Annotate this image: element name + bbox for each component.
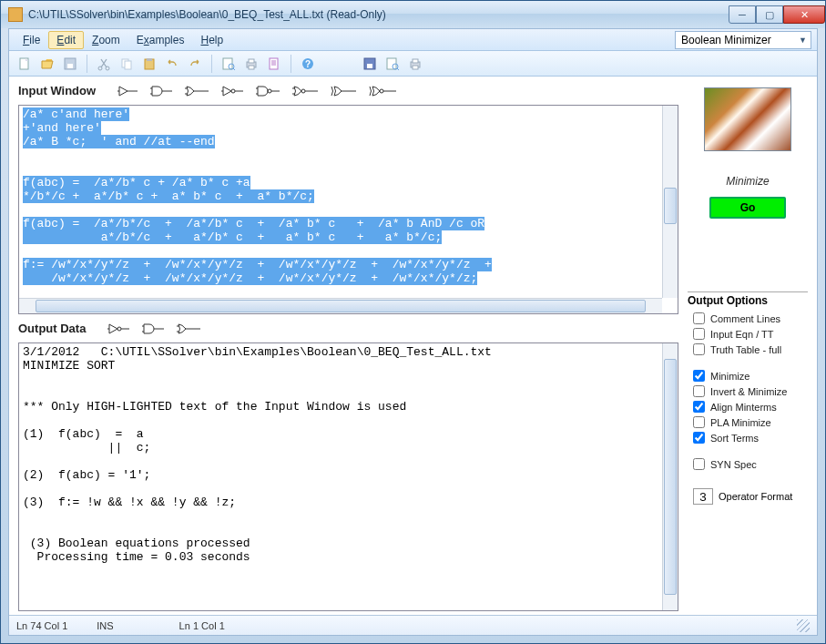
input-scrollbar-vertical[interactable]: [662, 106, 678, 298]
opt-sort-terms[interactable]: Sort Terms: [693, 432, 808, 444]
menu-edit[interactable]: Edit: [48, 31, 84, 49]
not-gate-icon[interactable]: [221, 85, 245, 97]
go-button[interactable]: Go: [709, 197, 786, 219]
svg-rect-13: [249, 66, 254, 69]
menubar: File Edit Zoom Examples Help Boolean Min…: [9, 29, 817, 51]
menu-examples[interactable]: Examples: [128, 31, 193, 49]
app-icon: [8, 7, 23, 22]
operator-format-label: Operator Format: [719, 491, 792, 502]
chevron-down-icon: ▼: [799, 36, 807, 45]
svg-point-4: [106, 66, 109, 70]
main-area: Input Window /a* c'and here' +'and here'…: [9, 77, 817, 615]
output-editor[interactable]: 3/1/2012 C:\UTIL\SSolver\bin\Examples\Bo…: [18, 342, 678, 611]
print-icon[interactable]: [241, 54, 261, 74]
svg-point-38: [268, 89, 271, 93]
opt-input-eqn[interactable]: Input Eqn / TT: [693, 328, 808, 340]
or-gate-icon[interactable]: [177, 322, 202, 335]
app-window: C:\UTIL\SSolver\bin\Examples\Boolean\0_B…: [0, 0, 826, 644]
input-title: Input Window: [18, 84, 96, 97]
save-output-icon[interactable]: [360, 54, 380, 74]
minimize-label: Minimize: [726, 175, 769, 188]
status-output-pos: Ln 1 Col 1: [179, 620, 225, 631]
menu-zoom[interactable]: Zoom: [84, 31, 128, 49]
svg-rect-8: [147, 58, 152, 61]
input-header: Input Window: [18, 84, 678, 97]
paste-icon[interactable]: [139, 54, 159, 74]
mode-label: Boolean Minimizer: [681, 34, 771, 46]
status-ins-mode: INS: [97, 620, 113, 631]
output-header: Output Data: [18, 322, 678, 335]
xnor-gate-icon[interactable]: [369, 85, 398, 97]
opt-comment-lines[interactable]: Comment Lines: [693, 312, 808, 324]
preview-output-icon[interactable]: [382, 54, 403, 74]
status-input-pos: Ln 74 Col 1: [16, 620, 67, 631]
svg-rect-21: [367, 64, 372, 68]
svg-rect-12: [249, 59, 254, 63]
titlebar[interactable]: C:\UTIL\SSolver\bin\Examples\Boolean\0_B…: [1, 1, 825, 28]
mode-dropdown[interactable]: Boolean Minimizer ▼: [675, 31, 811, 49]
client-area: File Edit Zoom Examples Help Boolean Min…: [8, 28, 818, 636]
window-title: C:\UTIL\SSolver\bin\Examples\Boolean\0_B…: [28, 8, 729, 21]
resize-grip-icon[interactable]: [797, 619, 810, 632]
document-icon[interactable]: [264, 54, 284, 74]
copy-icon[interactable]: [117, 54, 137, 74]
sidebar: Minimize Go Output Options Comment Lines…: [682, 77, 817, 615]
maximize-button[interactable]: ▢: [756, 5, 783, 24]
statusbar: Ln 74 Col 1 INS Ln 1 Col 1: [9, 615, 817, 635]
svg-rect-6: [125, 61, 131, 69]
or-gate-icon[interactable]: [185, 85, 210, 97]
editors-column: Input Window /a* c'and here' +'and here'…: [9, 77, 682, 615]
output-text-content[interactable]: 3/1/2012 C:\UTIL\SSolver\bin\Examples\Bo…: [19, 343, 662, 610]
options-title: Output Options: [688, 291, 808, 307]
opt-truth-table[interactable]: Truth Table - full: [693, 343, 808, 355]
minimize-button[interactable]: ─: [729, 5, 756, 24]
and-gate-icon[interactable]: [150, 85, 174, 97]
input-text-content[interactable]: /a* c'and here' +'and here' /a* B *c; ' …: [19, 106, 662, 298]
print-output-icon[interactable]: [405, 54, 425, 74]
menu-file[interactable]: File: [15, 31, 48, 49]
svg-rect-14: [270, 58, 278, 69]
opt-syn-spec[interactable]: SYN Spec: [693, 458, 808, 470]
close-button[interactable]: ✕: [783, 5, 825, 24]
input-gate-icons: [117, 85, 398, 97]
svg-rect-2: [67, 64, 73, 68]
not-gate-icon[interactable]: [107, 322, 131, 335]
operator-format-input[interactable]: [693, 488, 713, 505]
nor-gate-icon[interactable]: [292, 85, 320, 97]
output-gate-icons: [107, 322, 202, 335]
output-title: Output Data: [18, 322, 86, 335]
help-icon[interactable]: ?: [298, 54, 318, 74]
input-scrollbar-horizontal[interactable]: [19, 298, 662, 313]
output-options: Output Options Comment Lines Input Eqn /…: [688, 291, 808, 505]
opt-minimize[interactable]: Minimize: [693, 370, 808, 382]
toolbar: ?: [9, 51, 817, 77]
svg-point-3: [98, 66, 102, 70]
and-gate-icon[interactable]: [142, 322, 166, 335]
save-icon[interactable]: [60, 54, 80, 74]
opt-invert-minimize[interactable]: Invert & Minimize: [693, 385, 808, 397]
opt-align-minterms[interactable]: Align Minterms: [693, 401, 808, 413]
svg-text:?: ?: [305, 59, 311, 69]
menu-help[interactable]: Help: [192, 31, 231, 49]
input-editor[interactable]: /a* c'and here' +'and here' /a* B *c; ' …: [18, 105, 678, 314]
redo-icon[interactable]: [185, 54, 205, 74]
output-scrollbar-vertical[interactable]: [662, 343, 678, 610]
undo-icon[interactable]: [162, 54, 182, 74]
svg-rect-26: [413, 66, 418, 69]
logo-image: [704, 87, 791, 151]
cut-icon[interactable]: [94, 54, 114, 74]
open-file-icon[interactable]: [37, 54, 57, 74]
svg-rect-25: [413, 59, 418, 63]
buffer-gate-icon[interactable]: [117, 85, 139, 97]
nand-gate-icon[interactable]: [256, 85, 281, 97]
xor-gate-icon[interactable]: [331, 85, 358, 97]
opt-pla-minimize[interactable]: PLA Minimize: [693, 416, 808, 428]
preview-icon[interactable]: [219, 54, 239, 74]
operator-format-row: Operator Format: [693, 488, 808, 505]
new-file-icon[interactable]: [15, 54, 35, 74]
